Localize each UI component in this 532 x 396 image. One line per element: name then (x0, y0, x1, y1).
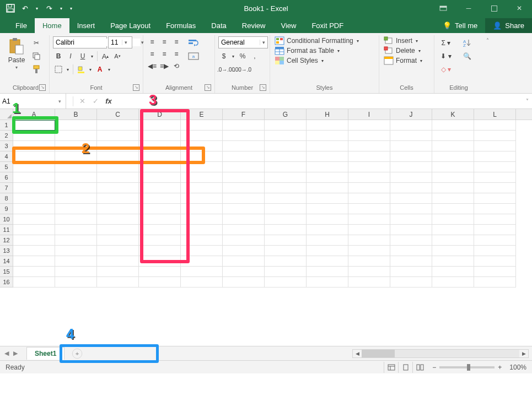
formula-input[interactable] (122, 98, 520, 106)
scroll-left-icon[interactable]: ◀ (353, 350, 362, 357)
cell[interactable] (307, 256, 348, 267)
collapse-ribbon-icon[interactable]: ˄ (483, 35, 492, 93)
format-cells-button[interactable]: Format▾ (383, 56, 423, 65)
tab-page-layout[interactable]: Page Layout (103, 18, 158, 33)
select-all-corner[interactable] (0, 109, 13, 120)
paste-button[interactable]: Paste ▾ (6, 36, 28, 71)
new-sheet-icon[interactable]: + (72, 348, 82, 358)
cell[interactable] (13, 120, 55, 131)
underline-button[interactable]: U (77, 51, 88, 62)
cell[interactable] (139, 277, 181, 287)
cell[interactable] (223, 131, 265, 141)
cell[interactable] (55, 225, 97, 235)
comma-format-icon[interactable]: , (249, 51, 260, 62)
delete-cells-button[interactable]: Delete▾ (383, 46, 423, 55)
cell[interactable] (474, 131, 516, 141)
column-header[interactable]: G (265, 109, 307, 120)
cell[interactable] (348, 183, 390, 193)
cell[interactable] (432, 162, 474, 172)
tab-data[interactable]: Data (203, 18, 234, 33)
cell[interactable] (432, 277, 474, 287)
orientation-icon[interactable]: ⟲ (171, 61, 182, 72)
font-name-combo[interactable]: ▾ (53, 36, 107, 48)
cell[interactable] (97, 235, 139, 246)
undo-dropdown-icon[interactable]: ▾ (34, 3, 40, 14)
cell[interactable] (348, 141, 390, 151)
cell[interactable] (223, 162, 265, 172)
increase-decimal-icon[interactable]: .0→.00 (218, 64, 234, 75)
cell[interactable] (13, 277, 55, 287)
cell[interactable] (13, 183, 55, 193)
cell[interactable] (265, 120, 307, 131)
cell[interactable] (139, 151, 181, 162)
conditional-formatting-button[interactable]: Conditional Formatting▾ (273, 36, 360, 45)
cell[interactable] (265, 246, 307, 256)
cell[interactable] (390, 172, 432, 183)
bold-button[interactable]: B (53, 51, 64, 62)
underline-dropdown-icon[interactable]: ▾ (89, 51, 95, 62)
cell[interactable] (55, 141, 97, 151)
decrease-indent-icon[interactable]: ◀≡ (147, 61, 158, 72)
cell[interactable] (97, 183, 139, 193)
cell[interactable] (55, 246, 97, 256)
cell[interactable] (348, 151, 390, 162)
cell[interactable] (139, 204, 181, 214)
cell[interactable] (55, 235, 97, 246)
cell[interactable] (432, 193, 474, 204)
undo-icon[interactable]: ↶ (20, 3, 30, 13)
fill-icon[interactable]: ⬇ ▾ (439, 51, 453, 62)
align-center-icon[interactable]: ≡ (159, 48, 170, 59)
cell[interactable] (223, 141, 265, 151)
sheet-nav-next-icon[interactable]: ▶ (13, 350, 18, 357)
share-button[interactable]: 👤Share (485, 18, 532, 33)
cell[interactable] (139, 162, 181, 172)
cell[interactable] (181, 172, 223, 183)
cell[interactable] (223, 277, 265, 287)
tab-insert[interactable]: Insert (69, 18, 103, 33)
cell[interactable] (55, 151, 97, 162)
font-color-dropdown-icon[interactable]: ▾ (106, 64, 112, 75)
tab-foxit-pdf[interactable]: Foxit PDF (304, 18, 351, 33)
cell[interactable] (55, 193, 97, 204)
cell[interactable] (223, 172, 265, 183)
fx-icon[interactable]: fx (102, 95, 115, 108)
cell[interactable] (265, 225, 307, 235)
tab-formulas[interactable]: Formulas (158, 18, 203, 33)
cell[interactable] (348, 267, 390, 277)
name-box-dropdown-icon[interactable]: ▾ (56, 99, 63, 104)
cell[interactable] (223, 204, 265, 214)
cancel-formula-icon[interactable]: ✕ (76, 95, 89, 108)
cell[interactable] (181, 162, 223, 172)
row-header[interactable]: 10 (0, 214, 13, 225)
cell[interactable] (307, 193, 348, 204)
cell[interactable] (307, 225, 348, 235)
insert-cells-button[interactable]: Insert▾ (383, 36, 423, 45)
cell[interactable] (474, 151, 516, 162)
align-right-icon[interactable]: ≡ (171, 48, 182, 59)
column-header[interactable]: A (13, 109, 55, 120)
cell[interactable] (307, 172, 348, 183)
cell[interactable] (55, 214, 97, 225)
cell[interactable] (13, 256, 55, 267)
sort-filter-icon[interactable]: AZ (460, 37, 474, 48)
zoom-level[interactable]: 100% (509, 364, 526, 371)
cell[interactable] (307, 183, 348, 193)
cell[interactable] (474, 256, 516, 267)
tab-review[interactable]: Review (234, 18, 273, 33)
redo-dropdown-icon[interactable]: ▾ (58, 3, 64, 14)
column-header[interactable]: J (390, 109, 432, 120)
cell[interactable] (13, 193, 55, 204)
borders-dropdown-icon[interactable]: ▾ (65, 64, 71, 75)
cell[interactable] (223, 193, 265, 204)
cell[interactable] (265, 141, 307, 151)
cell[interactable] (223, 235, 265, 246)
row-header[interactable]: 5 (0, 162, 13, 172)
cell[interactable] (139, 120, 181, 131)
cell[interactable] (474, 193, 516, 204)
borders-icon[interactable] (53, 64, 64, 75)
close-icon[interactable]: ✕ (507, 0, 532, 17)
cell[interactable] (223, 267, 265, 277)
cell[interactable] (307, 246, 348, 256)
cell[interactable] (348, 277, 390, 287)
cell[interactable] (432, 235, 474, 246)
